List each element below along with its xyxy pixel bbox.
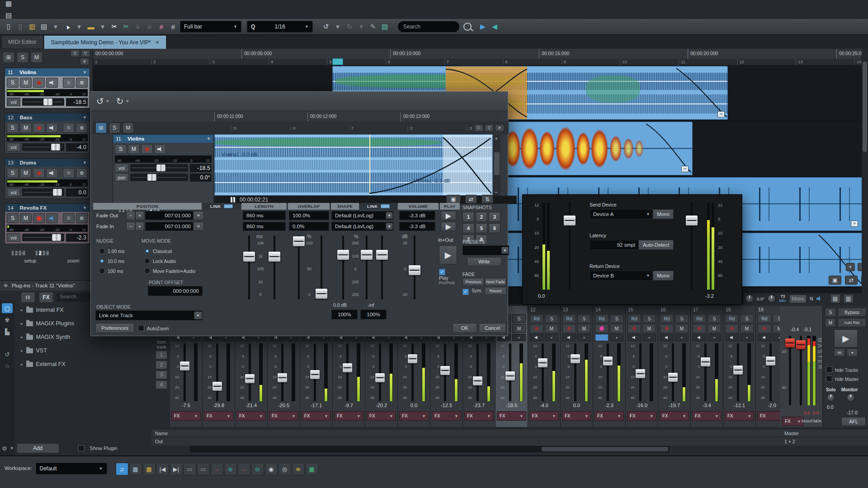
fade-out-plus[interactable]: + xyxy=(135,211,144,220)
record-button[interactable] xyxy=(33,168,45,178)
revert-button[interactable]: Revert xyxy=(485,287,506,295)
mute-button[interactable]: M xyxy=(20,213,32,223)
fader-handle[interactable] xyxy=(278,373,287,382)
record-ready-button[interactable]: Rd xyxy=(725,314,739,323)
track-header-block[interactable]: 14 Revolta FX ▼ S M ⚿ ⚙ -60-40-20 - xyxy=(5,203,90,244)
dialog-title-bar[interactable]: ↺▼ ↻▼ xyxy=(91,92,508,111)
channel-fader[interactable]: 1260 102040 xyxy=(203,342,235,403)
channel-fader[interactable]: 1260 102040 xyxy=(430,342,462,403)
close-icon[interactable]: × xyxy=(156,39,159,46)
editor-solo-button[interactable]: S xyxy=(109,122,120,133)
editor-waveform[interactable]: Violins1 -3.3 dB Violins1 -3.3 dB xyxy=(214,134,493,196)
zoom-in-button[interactable]: + xyxy=(846,263,855,271)
snapshot-button[interactable]: 2 xyxy=(476,212,487,222)
fader-handle[interactable] xyxy=(375,373,385,382)
track-grid-icon[interactable]: ⊞ xyxy=(3,52,14,63)
mixer-folder-icon[interactable]: ▥ xyxy=(844,294,854,303)
solo-button[interactable]: S xyxy=(7,168,19,178)
channel-fader[interactable]: 1260 102040 xyxy=(723,342,755,403)
unlock-icon[interactable]: ⚿ xyxy=(63,168,75,178)
monitor-speaker-icon[interactable] xyxy=(595,334,609,341)
mute-button[interactable]: M xyxy=(20,78,32,88)
bottom-toolbar-icon[interactable]: ▭ xyxy=(184,463,196,475)
fader-handle[interactable] xyxy=(701,357,710,366)
search-input[interactable]: Search xyxy=(398,21,459,32)
move-mode-option[interactable]: Lock Audio xyxy=(144,258,176,264)
fx-gear-icon[interactable]: ⚙ xyxy=(76,78,88,88)
mute-button[interactable]: M xyxy=(740,324,754,333)
channel-fx-button[interactable]: FX▼ xyxy=(660,411,689,421)
hide-master-toggle[interactable]: hide Master xyxy=(826,375,859,382)
write-button[interactable]: Write xyxy=(467,257,501,266)
lock-icon[interactable]: ⚿ xyxy=(474,124,483,131)
mono-button[interactable]: Mono xyxy=(789,295,807,303)
master-fader-right[interactable] xyxy=(800,336,802,405)
fade-in-shape-select[interactable]: Default (Lin/Log)▼ xyxy=(331,222,393,231)
fader-handle[interactable] xyxy=(408,354,417,363)
fade-out-minus[interactable]: − xyxy=(126,211,135,220)
solo-button[interactable]: S xyxy=(545,314,558,323)
channel-fader[interactable]: 1260 102040 xyxy=(658,342,690,403)
monitor-speaker-icon[interactable] xyxy=(530,334,543,341)
play-prepost-toggle[interactable]: ✓ xyxy=(439,268,448,275)
channel-fader[interactable]: 1260 102040 xyxy=(398,342,430,403)
section-link1[interactable]: LINK xyxy=(203,203,240,210)
chevron-down-icon[interactable]: ▼ xyxy=(83,115,87,120)
automation-icon[interactable]: ▾ xyxy=(642,334,656,341)
volume-slider[interactable] xyxy=(22,234,64,241)
channel-fader[interactable]: 1260 102040 xyxy=(593,342,625,403)
bottom-toolbar-icon[interactable]: ← xyxy=(211,463,223,475)
master-clip-left[interactable]: 0.0 xyxy=(804,410,810,415)
record-button[interactable] xyxy=(33,78,45,88)
bottom-toolbar-icon[interactable]: ⊕ xyxy=(224,463,237,475)
normalize-button[interactable]: N xyxy=(810,296,813,301)
send-fader[interactable] xyxy=(569,202,571,291)
channel-fx-button[interactable]: FX▼ xyxy=(399,411,429,421)
channel-fx-button[interactable]: FX▼ xyxy=(562,411,591,421)
monitor-speaker-icon[interactable] xyxy=(627,334,641,341)
nudge-option[interactable]: 100 ms xyxy=(99,268,123,274)
shape-fader[interactable] xyxy=(381,235,383,300)
toolbar-icon[interactable]: ▬ xyxy=(85,21,96,33)
fader-handle[interactable] xyxy=(636,369,645,378)
monitor-speaker-icon[interactable] xyxy=(816,296,822,301)
preferences-button[interactable]: Preferences xyxy=(95,323,134,333)
shape-fader[interactable] xyxy=(342,235,344,300)
bottom-toolbar-icon[interactable]: ♫ xyxy=(116,463,128,475)
snap-select[interactable]: Full bar▼ xyxy=(180,21,241,33)
fade-in-snap[interactable]: ✳ xyxy=(193,222,204,231)
track-header-block[interactable]: 11 Violins ▼ S M ⚿ ⚙ -60-40-20 -100 xyxy=(5,68,90,108)
toolbar-icon[interactable]: # xyxy=(156,21,167,33)
automation-icon[interactable]: ▾ xyxy=(545,334,558,341)
mute-button[interactable]: M xyxy=(128,144,140,154)
automation-icon[interactable]: ▾ xyxy=(610,334,623,341)
instruments-tab[interactable]: ‖‖ xyxy=(21,292,35,303)
channel-fader[interactable]: 1260 102040 xyxy=(268,342,300,403)
audio-clip[interactable]: ∞ xyxy=(502,122,693,175)
toolbar-icon[interactable]: ≡ xyxy=(132,21,143,33)
auto-rec-button[interactable]: Auto Rec xyxy=(838,318,866,327)
record-button[interactable] xyxy=(660,324,674,333)
monitor-knob[interactable] xyxy=(847,394,855,402)
channel-fader[interactable]: 1260 102040 xyxy=(528,342,560,403)
editor-ruler[interactable]: 00:00:11:00000:00:12:00000:00:13:000 xyxy=(214,113,500,122)
return-device-select[interactable]: Device B▼ xyxy=(590,271,652,281)
toolbar-icon[interactable]: ▾ xyxy=(356,21,367,33)
pan-slider[interactable] xyxy=(130,174,188,181)
setup-button[interactable]: 4 xyxy=(22,250,25,256)
fader-handle[interactable] xyxy=(603,357,613,366)
record-ready-button[interactable]: Rd xyxy=(530,314,543,323)
zoom-in-icon[interactable]: ＋ xyxy=(494,135,499,142)
channel-fader[interactable]: 1260 102040 xyxy=(333,342,365,403)
add-button[interactable]: Add xyxy=(17,443,59,453)
channel-fader[interactable]: 1260 102040 xyxy=(300,342,332,403)
toolbar-icon[interactable]: ✎ xyxy=(368,21,378,33)
master-solo-button[interactable]: S xyxy=(825,308,836,317)
channel-fader[interactable]: 1260 102040 xyxy=(495,342,528,403)
chevron-down-icon[interactable]: ▼ xyxy=(83,70,87,75)
volume-slider[interactable] xyxy=(130,164,188,172)
fade-in-length[interactable]: 860 ms xyxy=(243,222,286,231)
record-button[interactable] xyxy=(562,324,576,333)
history-icon[interactable]: ↺ xyxy=(2,349,13,359)
track-header-block[interactable]: 13 Drums ▼ S M ⚿ ⚙ -60-40-20 -10012 xyxy=(5,158,90,199)
